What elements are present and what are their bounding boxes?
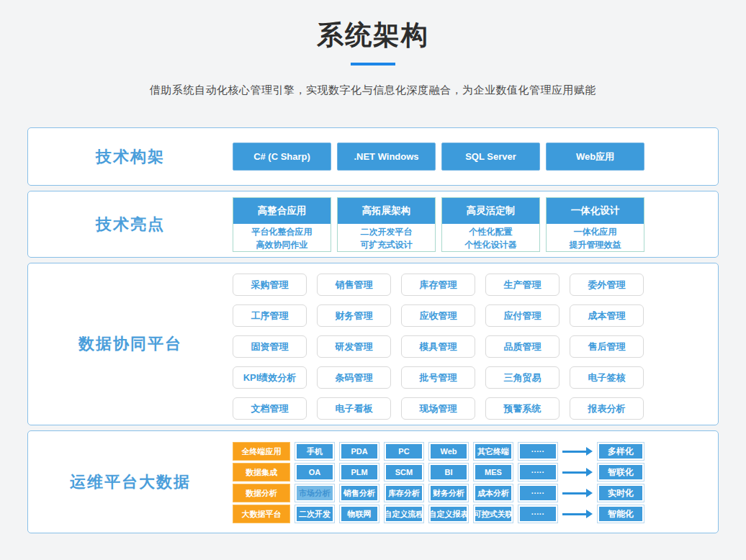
module-chip[interactable]: 采购管理 bbox=[233, 274, 307, 296]
ops-item-chip[interactable]: 库存分析 bbox=[384, 484, 424, 502]
module-chip[interactable]: 财务管理 bbox=[317, 304, 391, 327]
highlight-card-line: 高效协同作业 bbox=[233, 238, 331, 251]
module-chip[interactable]: 库存管理 bbox=[401, 274, 475, 296]
tech-buttons: C# (C Sharp) .NET Windows SQL Server Web… bbox=[233, 128, 718, 185]
highlight-card-header: 高整合应用 bbox=[233, 198, 331, 224]
module-chip[interactable]: 品质管理 bbox=[485, 335, 560, 358]
ops-item-chip[interactable]: 成本分析 bbox=[473, 484, 513, 502]
ops-item-chip[interactable]: OA bbox=[295, 463, 335, 482]
module-chip[interactable]: 电子看板 bbox=[317, 397, 391, 420]
ops-item-chip[interactable]: Web bbox=[428, 442, 469, 461]
highlight-card-line: 平台化整合应用 bbox=[233, 225, 331, 238]
highlight-card-line: 可扩充式设计 bbox=[338, 238, 435, 251]
module-chip[interactable]: 预警系统 bbox=[485, 397, 560, 420]
ops-item-chip[interactable]: 其它终端 bbox=[473, 442, 513, 461]
ops-category-chip[interactable]: 全终端应用 bbox=[233, 442, 290, 461]
highlight-cards: 高整合应用 平台化整合应用 高效协同作业 高拓展架构 二次开发平台 可扩充式设计… bbox=[233, 191, 718, 257]
ops-item-chip[interactable]: 财务分析 bbox=[428, 484, 469, 502]
arrow-right-icon bbox=[562, 447, 593, 456]
ops-item-chip[interactable]: 手机 bbox=[295, 442, 335, 461]
highlight-card-line: 提升管理效益 bbox=[547, 238, 644, 251]
module-grid: 采购管理 销售管理 库存管理 生产管理 委外管理 工序管理 财务管理 应收管理 … bbox=[233, 263, 718, 425]
ops-more-chip[interactable]: ····· bbox=[518, 442, 558, 461]
title-underline bbox=[351, 63, 395, 66]
highlight-card-line: 个性化设计器 bbox=[442, 238, 539, 251]
ops-more-chip[interactable]: ····· bbox=[518, 484, 558, 502]
section-ops-bigdata: 运维平台大数据 全终端应用 手机 PDA PC Web 其它终端 ····· 多… bbox=[27, 430, 719, 533]
ops-item-chip[interactable]: PC bbox=[384, 442, 424, 461]
page: 系统架构 借助系统自动化核心管理引擎，实现数字化与信息化深度融合，为企业数值化管… bbox=[0, 0, 746, 560]
section-data-platform: 数据协同平台 采购管理 销售管理 库存管理 生产管理 委外管理 工序管理 财务管… bbox=[27, 263, 719, 425]
section-label-highlights: 技术亮点 bbox=[28, 191, 233, 257]
module-chip[interactable]: 文档管理 bbox=[233, 397, 307, 420]
ops-item-chip[interactable]: PLM bbox=[339, 463, 379, 482]
highlight-card-line: 一体化应用 bbox=[547, 225, 644, 238]
section-label-platform: 数据协同平台 bbox=[28, 263, 233, 425]
ops-row: 全终端应用 手机 PDA PC Web 其它终端 ····· 多样化 bbox=[233, 442, 644, 461]
section-tech-architecture: 技术构架 C# (C Sharp) .NET Windows SQL Serve… bbox=[27, 127, 719, 186]
ops-result-chip[interactable]: 智联化 bbox=[597, 463, 644, 482]
module-chip[interactable]: 批号管理 bbox=[401, 366, 475, 389]
ops-more-chip[interactable]: ····· bbox=[518, 463, 558, 482]
ops-more-chip[interactable]: ····· bbox=[518, 505, 558, 523]
module-chip[interactable]: 应收管理 bbox=[401, 304, 475, 327]
module-chip[interactable]: 固资管理 bbox=[233, 335, 307, 358]
ops-category-chip[interactable]: 数据集成 bbox=[233, 463, 290, 482]
ops-item-chip[interactable]: PDA bbox=[339, 442, 379, 461]
highlight-card: 高灵活定制 个性化配置 个性化设计器 bbox=[441, 197, 540, 252]
ops-item-chip[interactable]: MES bbox=[473, 463, 513, 482]
ops-item-chip[interactable]: SCM bbox=[384, 463, 424, 482]
highlight-card-line: 二次开发平台 bbox=[338, 225, 435, 238]
ops-rows: 全终端应用 手机 PDA PC Web 其它终端 ····· 多样化 数据集成 … bbox=[233, 431, 718, 533]
module-chip[interactable]: 委外管理 bbox=[570, 274, 644, 296]
arrow-right-icon bbox=[562, 468, 593, 477]
panels: 技术构架 C# (C Sharp) .NET Windows SQL Serve… bbox=[27, 127, 719, 538]
module-chip[interactable]: 生产管理 bbox=[485, 274, 560, 296]
ops-category-chip[interactable]: 数据分析 bbox=[233, 484, 290, 502]
module-chip[interactable]: 条码管理 bbox=[317, 366, 391, 389]
section-label-ops: 运维平台大数据 bbox=[28, 431, 233, 533]
ops-item-chip[interactable]: 自定义报表 bbox=[428, 505, 469, 523]
page-title: 系统架构 bbox=[0, 0, 746, 53]
ops-row: 数据分析 市场分析 销售分析 库存分析 财务分析 成本分析 ····· 实时化 bbox=[233, 484, 644, 502]
highlight-card: 高拓展架构 二次开发平台 可扩充式设计 bbox=[337, 197, 436, 252]
module-chip[interactable]: 工序管理 bbox=[233, 304, 307, 327]
module-chip[interactable]: KPI绩效分析 bbox=[233, 366, 307, 389]
ops-item-chip[interactable]: 二次开发 bbox=[295, 505, 335, 523]
module-chip[interactable]: 模具管理 bbox=[401, 335, 475, 358]
section-label-tech: 技术构架 bbox=[28, 128, 233, 185]
module-chip[interactable]: 研发管理 bbox=[317, 335, 391, 358]
ops-result-chip[interactable]: 实时化 bbox=[597, 484, 644, 502]
ops-item-chip[interactable]: 可控式关联 bbox=[473, 505, 513, 523]
page-subtitle: 借助系统自动化核心管理引擎，实现数字化与信息化深度融合，为企业数值化管理应用赋能 bbox=[0, 83, 746, 97]
ops-category-chip[interactable]: 大数据平台 bbox=[233, 505, 290, 523]
module-chip[interactable]: 售后管理 bbox=[570, 335, 644, 358]
ops-result-chip[interactable]: 智能化 bbox=[597, 505, 644, 523]
tech-button[interactable]: C# (C Sharp) bbox=[233, 143, 331, 171]
module-grid-row: KPI绩效分析 条码管理 批号管理 三角贸易 电子签核 bbox=[233, 366, 644, 389]
highlight-card: 高整合应用 平台化整合应用 高效协同作业 bbox=[233, 197, 331, 252]
ops-row: 数据集成 OA PLM SCM BI MES ····· 智联化 bbox=[233, 463, 644, 482]
arrow-right-icon bbox=[562, 489, 593, 497]
ops-item-chip[interactable]: 自定义流程 bbox=[384, 505, 424, 523]
ops-item-chip[interactable]: BI bbox=[428, 463, 469, 482]
module-chip[interactable]: 销售管理 bbox=[317, 274, 391, 296]
ops-item-chip[interactable]: 销售分析 bbox=[339, 484, 379, 502]
module-chip[interactable]: 成本管理 bbox=[570, 304, 644, 327]
module-chip[interactable]: 三角贸易 bbox=[485, 366, 560, 389]
module-chip[interactable]: 应付管理 bbox=[485, 304, 560, 327]
tech-button[interactable]: .NET Windows bbox=[337, 143, 436, 171]
module-chip[interactable]: 电子签核 bbox=[570, 366, 644, 389]
tech-button[interactable]: SQL Server bbox=[441, 143, 540, 171]
ops-item-chip[interactable]: 市场分析 bbox=[295, 484, 335, 502]
section-tech-highlights: 技术亮点 高整合应用 平台化整合应用 高效协同作业 高拓展架构 二次开发平台 可… bbox=[27, 191, 719, 258]
tech-button[interactable]: Web应用 bbox=[546, 143, 644, 171]
arrow-right-icon bbox=[562, 510, 593, 518]
ops-result-chip[interactable]: 多样化 bbox=[597, 442, 644, 461]
module-chip[interactable]: 现场管理 bbox=[401, 397, 475, 420]
module-chip[interactable]: 报表分析 bbox=[570, 397, 644, 420]
ops-item-chip[interactable]: 物联网 bbox=[339, 505, 379, 523]
ops-row: 大数据平台 二次开发 物联网 自定义流程 自定义报表 可控式关联 ····· 智… bbox=[233, 505, 644, 523]
module-grid-row: 固资管理 研发管理 模具管理 品质管理 售后管理 bbox=[233, 335, 644, 358]
page-header: 系统架构 借助系统自动化核心管理引擎，实现数字化与信息化深度融合，为企业数值化管… bbox=[0, 0, 746, 97]
